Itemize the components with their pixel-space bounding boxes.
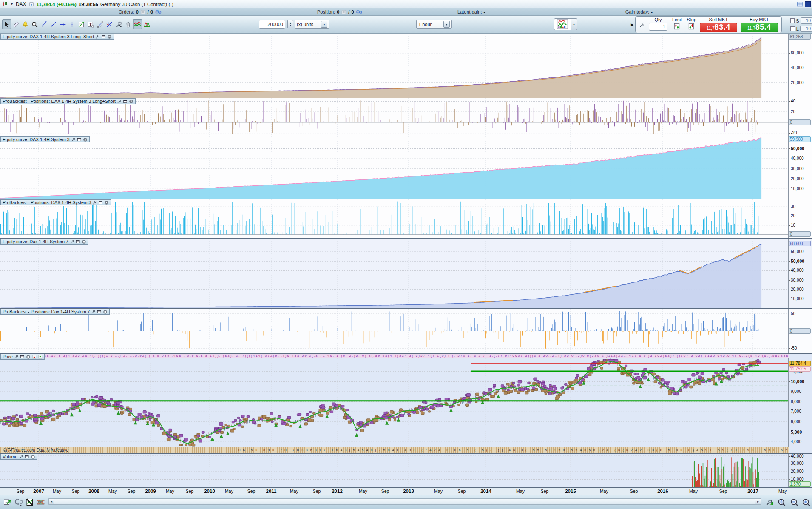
wrench-icon[interactable] <box>70 239 74 244</box>
quantity-spinner[interactable]: ▲▼ <box>287 20 293 28</box>
eraseline-tool-button[interactable] <box>105 19 114 29</box>
export-chart-icon[interactable] <box>3 498 12 507</box>
stop-order-button[interactable] <box>687 23 696 31</box>
order-panel-expander[interactable]: ▶ <box>631 23 634 27</box>
wrench-icon[interactable] <box>91 310 96 314</box>
panel-tab-eq-sys7[interactable]: Equity curve: Dax 1-4H System 7 <box>0 239 88 245</box>
order-settings-icon[interactable] <box>637 17 647 32</box>
ruler-tool-button[interactable] <box>11 19 20 29</box>
bell-tool-button[interactable] <box>21 19 30 29</box>
zoom-out-icon[interactable] <box>789 498 799 507</box>
cursor-tool-button[interactable] <box>2 19 11 29</box>
panel-tab-eq-sys3[interactable]: Equity curve: DAX 1-4H System 3 <box>0 136 90 142</box>
tools-tool-button[interactable] <box>114 19 123 29</box>
panel-tab-volume[interactable]: Volume <box>0 454 37 460</box>
zoom-tool-button[interactable] <box>30 19 39 29</box>
patterns-tool-button[interactable] <box>142 19 151 29</box>
units-quantity-input[interactable]: 200000 <box>259 20 285 29</box>
zoom-fit-icon[interactable] <box>777 498 786 507</box>
zoom-in-icon[interactable] <box>801 498 811 507</box>
wrench-icon[interactable] <box>14 355 19 359</box>
position-settings-icon[interactable]: ⚙⚙ <box>356 9 363 15</box>
chart-bt-sys3[interactable] <box>0 199 789 238</box>
chart-report-icon[interactable] <box>25 498 34 507</box>
limit-distance-input[interactable]: 10 <box>800 26 812 32</box>
timeframe-select[interactable]: 1 hour▼ <box>416 20 452 29</box>
window-icon[interactable] <box>97 310 102 314</box>
buy-market-button[interactable]: 11,785.4 <box>741 23 778 32</box>
close-icon[interactable] <box>103 310 108 314</box>
hline-tool-button[interactable] <box>58 19 67 29</box>
movepts-tool-button[interactable] <box>96 19 105 29</box>
time-axis-year: 2012 <box>328 489 346 494</box>
snap-mode-icon[interactable] <box>14 498 23 507</box>
qty-input[interactable]: 1 <box>649 23 667 31</box>
sellArrow-icon[interactable] <box>32 355 37 359</box>
window-icon[interactable] <box>20 355 25 359</box>
window-icon[interactable] <box>25 455 29 459</box>
buyArrow-icon[interactable] <box>38 355 43 359</box>
close-position-icon[interactable] <box>341 9 346 15</box>
axis-label: 10 <box>791 223 795 227</box>
limit-order-button[interactable] <box>673 23 681 31</box>
wrench-icon[interactable] <box>92 200 97 205</box>
chart-eq-long-short[interactable] <box>0 34 789 98</box>
window-icon[interactable] <box>98 200 103 205</box>
chart-options-icon[interactable] <box>765 498 774 507</box>
chart-eq-sys3[interactable] <box>0 136 789 199</box>
limit-checkbox[interactable] <box>790 26 795 31</box>
chart-price[interactable] <box>0 358 789 447</box>
units-mode-select[interactable]: (x) units▼ <box>295 20 329 29</box>
text-tool-button[interactable]: T <box>86 19 95 29</box>
brick-chart-icon[interactable] <box>36 498 45 507</box>
orders-settings-icon[interactable]: ⚙⚙ <box>155 9 162 15</box>
window-icon[interactable] <box>101 34 106 39</box>
close-icon[interactable] <box>31 455 35 459</box>
sell-market-button[interactable]: 11,783.4 <box>700 23 737 32</box>
chevron-down-icon[interactable]: ▼ <box>443 21 450 28</box>
chart-style-select[interactable]: ▼ <box>554 18 577 30</box>
close-icon[interactable] <box>83 137 88 142</box>
wrench-icon[interactable] <box>117 99 122 104</box>
wrench-icon[interactable] <box>95 34 100 39</box>
panel-tab-bt-sys3[interactable]: ProBacktest - Positions: DAX 1-4H System… <box>0 199 111 205</box>
window-icon[interactable] <box>76 239 80 244</box>
close-icon[interactable] <box>104 200 109 205</box>
window-corner-button[interactable] <box>805 1 811 7</box>
panel-tab-eq-long-short[interactable]: Equity curve: DAX 1-4H System 3 Long+Sho… <box>0 34 114 40</box>
vline-tool-button[interactable] <box>68 19 77 29</box>
scrollbar-track[interactable] <box>54 499 755 504</box>
window-icon[interactable] <box>77 137 82 142</box>
instrument-dropdown-caret[interactable]: ▼ <box>10 2 14 6</box>
chevron-down-icon[interactable]: ▼ <box>571 18 577 30</box>
chart-style-preview-icon[interactable] <box>554 18 571 30</box>
horizontal-scrollbar[interactable]: ◂ ▸ <box>48 498 761 505</box>
axis-current-value: 1,370 <box>789 481 811 487</box>
indicator-tool-button[interactable] <box>77 19 86 29</box>
panel-tab-bt-sys7[interactable]: ProBacktest - Positions: Dax 1-4H System… <box>0 309 110 315</box>
stop-checkbox[interactable] <box>790 18 795 23</box>
wrench-icon[interactable] <box>19 455 23 459</box>
backtest-tool-button[interactable] <box>133 19 142 29</box>
panel-tab-bt-long-short[interactable]: ProBacktest - Positions: DAX 1-4H System… <box>0 98 136 104</box>
close-icon[interactable] <box>129 99 133 104</box>
chart-bt-sys7[interactable] <box>0 309 789 353</box>
chevron-down-icon[interactable]: ▼ <box>321 21 327 28</box>
close-icon[interactable] <box>26 355 31 359</box>
scroll-left-button[interactable]: ◂ <box>48 499 54 504</box>
wrench-icon[interactable] <box>71 137 76 142</box>
line-tool-button[interactable] <box>49 19 58 29</box>
cancel-orders-icon[interactable] <box>140 9 146 15</box>
panel-tab-price[interactable]: Price <box>0 354 45 360</box>
segment-tool-button[interactable] <box>40 19 48 29</box>
stop-distance-input[interactable]: 10 <box>801 17 812 24</box>
chart-volume[interactable] <box>0 454 789 487</box>
trash-tool-button[interactable] <box>124 19 133 29</box>
close-icon[interactable] <box>107 34 112 39</box>
scroll-right-button[interactable]: ▸ <box>755 499 761 504</box>
workspace-grid-icon[interactable] <box>797 1 803 8</box>
window-icon[interactable] <box>123 99 128 104</box>
chart-eq-sys7[interactable] <box>0 239 789 308</box>
info-icon[interactable]: i <box>28 1 34 7</box>
close-icon[interactable] <box>82 239 86 244</box>
